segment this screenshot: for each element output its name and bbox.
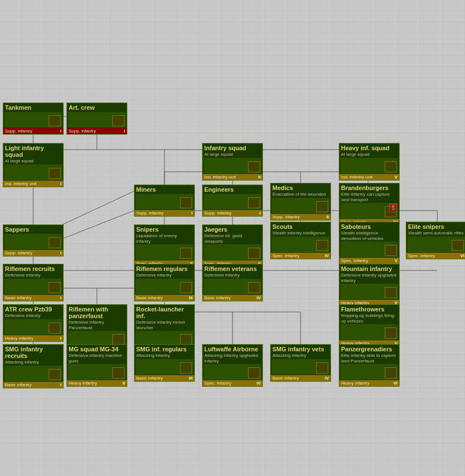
card-subtitle-atr-crew: Defensive infantry [3, 313, 63, 319]
unit-card-sappers[interactable]: SappersSupp. infantryI [3, 224, 64, 257]
card-subtitle-brandenburgers: Elite infantry can capture land transpor… [339, 192, 399, 202]
card-level-luftwaffe-airborne: IV [256, 381, 261, 386]
card-subtitle-smg-vets: Attacking infantry [271, 353, 330, 359]
unit-card-scouts[interactable]: ScoutsStealth infantry intelligenceSpec.… [270, 222, 331, 259]
unit-card-saboteurs[interactable]: SaboteursStealth intelligence demolition… [339, 222, 400, 264]
card-image-elite-snipers [407, 237, 465, 252]
card-title-panzergrenadiers: Panzergrenadiers [339, 345, 399, 353]
unit-card-engineers[interactable]: EngineersSupp. infantryI [202, 185, 263, 217]
unit-card-jaegers[interactable]: JaegersDefensive inf. good viewportsSpec… [202, 224, 263, 267]
card-footer-sappers: Supp. infantryI [3, 250, 63, 256]
unit-card-miners[interactable]: MinersSupp. infantryI [134, 185, 195, 217]
card-title-elite-snipers: Elite snipers [406, 222, 465, 231]
card-image-brandenburgers: $ [340, 203, 398, 218]
unit-card-luftwaffe-airborne[interactable]: Luftwaffe AirborneAttacking infantry upg… [202, 344, 263, 387]
card-title-saboteurs: Saboteurs [339, 222, 399, 231]
card-image-smg-recruits [4, 366, 62, 381]
card-level-scouts: IV [324, 253, 329, 258]
card-image-smg-vets [272, 359, 329, 375]
unit-card-mg-squad[interactable]: MG squad MG-34Defensive infantry machine… [66, 344, 127, 387]
card-image-riflemen-veterans [204, 279, 261, 294]
card-footer-infantry-squad: Ind. infantry unitII [203, 174, 262, 180]
unit-card-light-infantry[interactable]: Light infantry squadAI large squadInd. i… [3, 143, 64, 187]
card-title-heavy-inf-squad: Heavy inf. squad [339, 144, 399, 152]
unit-card-tankmen[interactable]: TankmenSupp. infantryI [3, 103, 64, 135]
unit-card-atr-crew[interactable]: ATR crew Pzb39Defensive infantryHeavy in… [3, 304, 64, 342]
unit-card-snipers[interactable]: SnipersLiquidation of enemy infantrySpec… [134, 224, 195, 267]
card-level-engineers: I [260, 211, 261, 216]
card-level-tankmen: I [60, 129, 61, 134]
unit-card-smg-vets[interactable]: SMG infantry vetsAttacking infantryBasic… [270, 344, 331, 382]
card-footer-miners: Supp. infantryI [135, 210, 194, 216]
card-title-smg-recruits: SMG infantry recruits [3, 345, 63, 360]
card-footer-label-infantry-squad: Ind. infantry unit [204, 175, 236, 180]
card-footer-light-infantry: Ind. infantry unitI [3, 181, 63, 187]
card-footer-label-panzergrenadiers: Heavy infantry [341, 381, 369, 386]
card-subtitle-light-infantry: AI large squad [3, 158, 63, 164]
card-subtitle-elite-snipers: Stealth semi-automatic rifles [406, 231, 465, 236]
card-image-engineers [204, 194, 261, 209]
unit-card-panzergrenadiers[interactable]: PanzergrenadiersElite infantry able to c… [339, 344, 400, 387]
card-title-sappers: Sappers [3, 225, 63, 233]
card-title-art-crew: Art. crew [67, 103, 127, 111]
unit-card-riflemen-regulars[interactable]: Riflemen regularsDefensive infantryBasic… [134, 264, 195, 301]
card-subtitle-panzergrenadiers: Elite infantry able to capture land Panz… [339, 353, 399, 364]
unit-card-medics[interactable]: MedicsEvacuation of the woundedSupp. inf… [270, 183, 331, 221]
card-title-jaegers: Jaegers [203, 225, 262, 233]
card-footer-label-elite-snipers: Spec. infantry [408, 253, 435, 258]
card-level-smg-recruits: I [60, 382, 61, 387]
card-level-art-crew: I [124, 129, 125, 134]
card-title-luftwaffe-airborne: Luftwaffe Airborne [203, 345, 262, 353]
card-title-riflemen-recruits: Riflemen recruits [3, 264, 63, 273]
card-image-medics [272, 198, 329, 213]
card-title-mountain-infantry: Mountain infantry [339, 264, 399, 273]
card-footer-label-riflemen-recruits: Basic infantry [5, 295, 32, 300]
card-title-riflemen-panzerfaust: Riflemen with panzerfaust [67, 305, 127, 320]
card-level-riflemen-veterans: IV [256, 295, 261, 300]
card-image-jaegers [204, 244, 261, 260]
card-subtitle-riflemen-recruits: Defensive infantry [3, 273, 63, 278]
card-level-elite-snipers: VI [460, 253, 464, 258]
card-footer-riflemen-veterans: Basic infantryIV [203, 295, 262, 301]
card-footer-tankmen: Supp. infantryI [3, 128, 63, 134]
card-title-engineers: Engineers [203, 185, 262, 193]
card-image-light-infantry [4, 165, 62, 180]
card-level-miners: I [192, 211, 193, 216]
card-image-smg-regulars [136, 359, 193, 375]
card-subtitle-saboteurs: Stealth intelligence demolition of vehic… [339, 231, 399, 241]
card-title-miners: Miners [135, 185, 194, 193]
card-subtitle-medics: Evacuation of the wounded [271, 192, 330, 197]
unit-card-brandenburgers[interactable]: BrandenburgersElite infantry can capture… [339, 183, 400, 226]
unit-card-heavy-inf-squad[interactable]: Heavy inf. squadAI large squadInd. infan… [339, 143, 400, 181]
card-footer-label-engineers: Supp. infantry [204, 211, 231, 216]
unit-card-flamethrowers[interactable]: FlamethrowersMopping-up buildings firing… [339, 304, 400, 347]
unit-card-smg-recruits[interactable]: SMG infantry recruitsAttacking infantryB… [3, 344, 64, 388]
unit-card-infantry-squad[interactable]: Infantry squadAI large squadInd. infantr… [202, 143, 263, 181]
card-subtitle-flamethrowers: Mopping-up buildings firing-up vehicles [339, 313, 399, 324]
card-footer-label-smg-vets: Basic infantry [272, 376, 299, 381]
unit-card-riflemen-veterans[interactable]: Riflemen veteransDefensive infantryBasic… [202, 264, 263, 301]
svg-line-42 [64, 211, 134, 238]
card-title-smg-regulars: SMG inf. regulars [135, 345, 194, 353]
card-footer-panzergrenadiers: Heavy infantryVI [339, 380, 399, 386]
card-title-medics: Medics [271, 183, 330, 192]
card-footer-smg-recruits: Basic infantryI [3, 382, 63, 388]
unit-card-mountain-infantry[interactable]: Mountain infantryDefensive infantry upgr… [339, 264, 400, 306]
card-footer-label-scouts: Spec. infantry [272, 253, 299, 258]
card-image-scouts [272, 237, 329, 252]
card-footer-luftwaffe-airborne: Spec. infantryIV [203, 380, 262, 386]
unit-card-riflemen-recruits[interactable]: Riflemen recruitsDefensive infantryBasic… [3, 264, 64, 301]
card-footer-heavy-inf-squad: Ind. infantry unitV [339, 174, 399, 180]
unit-card-art-crew[interactable]: Art. crewSupp. infantryI [66, 103, 127, 135]
card-footer-label-tankmen: Supp. infantry [5, 129, 32, 134]
card-footer-label-mg-squad: Heavy infantry [69, 381, 97, 386]
card-title-riflemen-regulars: Riflemen regulars [135, 264, 194, 273]
card-subtitle-heavy-inf-squad: AI large squad [339, 152, 399, 157]
card-footer-label-riflemen-veterans: Basic infantry [204, 295, 231, 300]
card-footer-riflemen-regulars: Basic infantryIII [135, 295, 194, 301]
unit-card-elite-snipers[interactable]: Elite snipersStealth semi-automatic rifl… [406, 222, 465, 259]
unit-card-smg-regulars[interactable]: SMG inf. regularsAttacking infantryBasic… [134, 344, 195, 382]
card-level-riflemen-regulars: III [189, 295, 193, 300]
card-footer-medics: Supp. infantryII [271, 214, 330, 220]
card-subtitle-scouts: Stealth infantry intelligence [271, 231, 330, 236]
